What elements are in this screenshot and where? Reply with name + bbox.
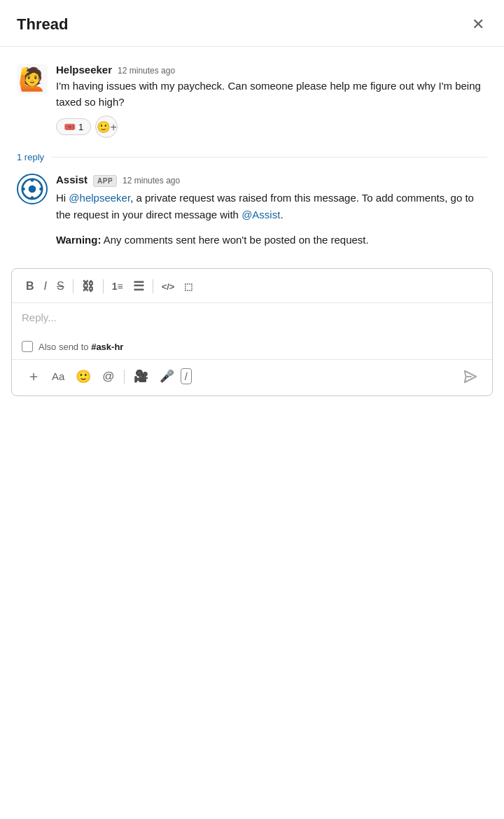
also-send-label: Also send to [38, 342, 91, 352]
warning-label: Warning: [56, 234, 101, 246]
send-icon [463, 369, 478, 384]
italic-button[interactable]: I [40, 277, 51, 295]
code-button[interactable]: </> [158, 279, 179, 295]
reply-line [51, 157, 487, 158]
app-badge: APP [93, 175, 117, 187]
toolbar-separator-2 [103, 279, 104, 293]
warning-body: Any comments sent here won't be posted o… [101, 234, 368, 246]
messages-container: 🙋 Helpseeker 12 minutes ago I'm having i… [0, 47, 504, 254]
assist-logo-icon [21, 178, 43, 200]
helpseeker-message-text: I'm having issues with my paycheck. Can … [56, 78, 487, 110]
svg-point-3 [31, 196, 34, 199]
unordered-list-button[interactable]: ☰ [129, 276, 148, 297]
reaction-count: 1 [78, 122, 83, 132]
code-block-button[interactable]: ⬚ [180, 279, 197, 295]
reaction-ticket-button[interactable]: 🎟️ 1 [56, 118, 91, 135]
reply-input-area[interactable]: Reply... [12, 303, 492, 337]
assist-mention-link[interactable]: @Assist [241, 209, 280, 220]
reply-divider: 1 reply [17, 144, 487, 168]
text-period: . [280, 209, 283, 220]
svg-point-4 [22, 188, 24, 190]
helpseeker-time: 12 minutes ago [118, 66, 175, 76]
warning-text: Warning: Any comments sent here won't be… [56, 232, 487, 248]
assist-author: Assist [56, 174, 88, 186]
send-button[interactable] [458, 366, 482, 387]
action-separator [124, 370, 125, 384]
text-hi: Hi [56, 192, 69, 204]
reply-box: B I S ⛓ 1≡ ☰ </> ⬚ Reply... Also send to… [11, 268, 493, 396]
helpseeker-message-content: Helpseeker 12 minutes ago I'm having iss… [56, 64, 487, 138]
assist-message: Assist APP 12 minutes ago Hi @helpseeker… [17, 168, 487, 254]
reply-actions-row: ＋ Aa 🙂 @ 🎥 🎤 / [12, 359, 492, 396]
also-send-channel: #ask-hr [91, 342, 123, 352]
mention-button[interactable]: @ [97, 367, 119, 386]
slash-command-button[interactable]: / [181, 368, 192, 384]
page-title: Thread [17, 15, 68, 34]
svg-point-5 [39, 188, 42, 190]
helpseeker-author: Helpseeker [56, 64, 112, 76]
emoji-button[interactable]: 🙂 [71, 366, 96, 387]
assist-avatar [17, 174, 48, 204]
reply-count[interactable]: 1 reply [17, 152, 44, 162]
thread-header: Thread ✕ [0, 0, 504, 47]
add-action-button[interactable]: ＋ [22, 364, 46, 388]
helpseeker-message-header: Helpseeker 12 minutes ago [56, 64, 487, 76]
add-reaction-icon: 🙂+ [97, 120, 117, 134]
ordered-list-button[interactable]: 1≡ [108, 278, 127, 295]
assist-message-content: Assist APP 12 minutes ago Hi @helpseeker… [56, 174, 487, 248]
assist-time: 12 minutes ago [122, 176, 180, 186]
reactions-row: 🎟️ 1 🙂+ [56, 115, 487, 138]
svg-point-1 [29, 186, 36, 193]
audio-button[interactable]: 🎤 [155, 366, 179, 386]
also-send-text: Also send to #ask-hr [38, 342, 123, 352]
assist-message-text: Hi @helpseeker, a private request was ra… [56, 190, 487, 223]
strikethrough-button[interactable]: S [52, 277, 69, 295]
close-button[interactable]: ✕ [469, 14, 487, 35]
toolbar-separator-1 [73, 279, 74, 293]
assist-message-header: Assist APP 12 minutes ago [56, 174, 487, 187]
helpseeker-avatar: 🙋 [17, 64, 48, 94]
reaction-emoji: 🎟️ [64, 121, 76, 132]
text-format-button[interactable]: Aa [47, 368, 69, 385]
add-reaction-button[interactable]: 🙂+ [95, 115, 118, 138]
toolbar-separator-3 [153, 279, 153, 293]
helpseeker-mention[interactable]: @helpseeker [69, 192, 130, 204]
link-button[interactable]: ⛓ [78, 276, 99, 297]
video-button[interactable]: 🎥 [129, 366, 153, 386]
reply-placeholder: Reply... [22, 312, 57, 323]
also-send-checkbox[interactable] [22, 341, 33, 352]
bold-button[interactable]: B [22, 277, 38, 295]
svg-point-2 [31, 178, 34, 181]
also-send-row: Also send to #ask-hr [12, 337, 492, 359]
original-message: 🙋 Helpseeker 12 minutes ago I'm having i… [17, 58, 487, 144]
reply-toolbar: B I S ⛓ 1≡ ☰ </> ⬚ [12, 269, 492, 303]
